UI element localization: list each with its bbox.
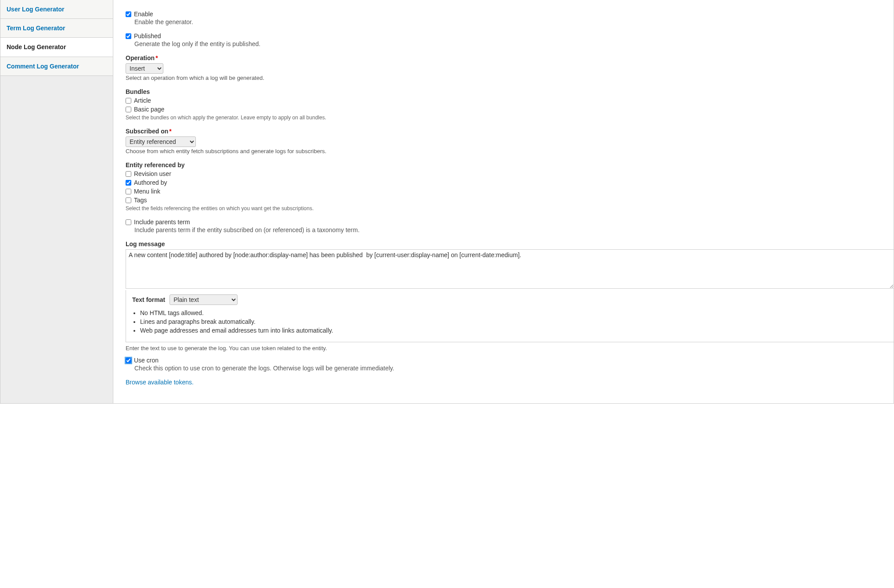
operation-select[interactable]: Insert: [126, 63, 163, 74]
log-message-help: Enter the text to use to generate the lo…: [126, 345, 894, 351]
ref-menu-link-checkbox[interactable]: [126, 189, 131, 194]
tab-comment-log-generator[interactable]: Comment Log Generator: [0, 57, 113, 76]
bundles-help: Select the bundles on which apply the ge…: [126, 115, 894, 121]
required-mark: *: [155, 54, 158, 61]
form-panel: Enable Enable the generator. Published G…: [113, 0, 894, 403]
ref-revision-user-checkbox[interactable]: [126, 171, 131, 177]
text-format-select[interactable]: Plain text: [169, 294, 238, 305]
operation-label: Operation*: [126, 54, 894, 61]
bundle-basic-page-label: Basic page: [134, 106, 164, 113]
text-format-box: Text format Plain text No HTML tags allo…: [126, 290, 894, 342]
ref-menu-link-label: Menu link: [134, 188, 160, 195]
operation-help: Select an operation from which a log wil…: [126, 75, 894, 81]
log-message-textarea[interactable]: [126, 249, 894, 289]
text-format-tip: No HTML tags allowed.: [140, 309, 887, 316]
ref-revision-user-label: Revision user: [134, 170, 171, 177]
log-message-label: Log message: [126, 240, 894, 247]
enable-description: Enable the generator.: [134, 18, 894, 25]
subscribed-on-label: Subscribed on*: [126, 128, 894, 135]
ref-authored-by-label: Authored by: [134, 179, 167, 186]
required-mark: *: [169, 128, 171, 135]
entity-ref-help: Select the fields referencing the entiti…: [126, 205, 894, 212]
tab-term-log-generator[interactable]: Term Log Generator: [0, 19, 113, 38]
vertical-tabs: User Log Generator Term Log Generator No…: [0, 0, 113, 403]
text-format-tip: Web page addresses and email addresses t…: [140, 327, 887, 334]
text-format-tip: Lines and paragraphs break automatically…: [140, 318, 887, 325]
subscribed-on-select[interactable]: Entity referenced: [126, 136, 196, 147]
enable-checkbox[interactable]: [126, 11, 131, 17]
tab-user-log-generator[interactable]: User Log Generator: [0, 0, 113, 19]
bundle-article-checkbox[interactable]: [126, 98, 131, 104]
enable-label: Enable: [134, 11, 153, 18]
subscribed-on-help: Choose from which entity fetch subscript…: [126, 148, 894, 154]
published-checkbox[interactable]: [126, 33, 131, 39]
bundles-label: Bundles: [126, 88, 894, 95]
text-format-label: Text format: [132, 296, 165, 303]
published-description: Generate the log only if the entity is p…: [134, 40, 894, 47]
use-cron-label: Use cron: [134, 357, 159, 364]
ref-authored-by-checkbox[interactable]: [126, 180, 131, 186]
bundle-basic-page-checkbox[interactable]: [126, 107, 131, 112]
entity-ref-label: Entity referenced by: [126, 161, 894, 169]
text-format-tips: No HTML tags allowed. Lines and paragrap…: [140, 309, 887, 334]
include-parents-checkbox[interactable]: [126, 219, 131, 225]
use-cron-description: Check this option to use cron to generat…: [134, 365, 894, 372]
browse-tokens-link[interactable]: Browse available tokens.: [126, 379, 194, 386]
include-parents-label: Include parents term: [134, 219, 190, 226]
use-cron-checkbox[interactable]: [126, 358, 131, 363]
bundle-article-label: Article: [134, 97, 151, 104]
include-parents-description: Include parents term if the entity subsc…: [134, 226, 894, 233]
published-label: Published: [134, 32, 161, 39]
tab-node-log-generator[interactable]: Node Log Generator: [0, 38, 113, 57]
ref-tags-checkbox[interactable]: [126, 197, 131, 203]
ref-tags-label: Tags: [134, 197, 147, 204]
